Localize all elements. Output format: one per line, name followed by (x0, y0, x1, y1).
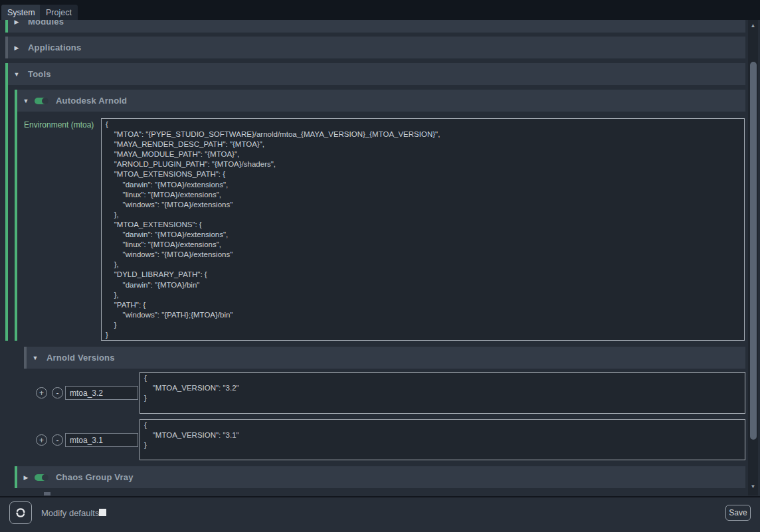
expanded-arrow-icon: ▼ (29, 355, 41, 361)
section-label-applications: Applications (28, 43, 81, 52)
arnold-enabled-toggle[interactable] (35, 98, 48, 104)
footer-bar (0, 496, 760, 532)
version-value-textarea[interactable]: { "MTOA_VERSION": "3.1" } (140, 419, 745, 460)
add-version-button[interactable]: + (36, 387, 47, 399)
save-button[interactable]: Save (725, 505, 751, 521)
toggle-knob-icon (42, 474, 48, 481)
version-key-input[interactable] (65, 433, 138, 447)
scroll-up-icon[interactable]: ▲ (748, 23, 758, 29)
section-header-autodesk-arnold[interactable]: ▼ Autodesk Arnold (15, 90, 745, 112)
section-header-arnold-versions[interactable]: ▼ Arnold Versions (24, 347, 745, 369)
section-header-chaos-group-vray[interactable]: ▶ Chaos Group Vray (15, 466, 745, 488)
section-header-applications[interactable]: ▶ Applications (5, 37, 745, 58)
toggle-knob-icon (42, 98, 48, 104)
tab-system[interactable]: System (1, 5, 41, 20)
vray-enabled-toggle[interactable] (35, 474, 48, 481)
environment-mtoa-label: Environment (mtoa) (24, 120, 94, 130)
tools-section-accent-line (5, 85, 8, 341)
vertical-scrollbar-thumb[interactable] (750, 62, 757, 440)
remove-version-button[interactable]: - (52, 434, 63, 446)
tab-system-label: System (7, 8, 35, 17)
modify-defaults-checkbox[interactable] (99, 509, 106, 516)
refresh-icon (15, 507, 27, 519)
tab-project-label: Project (46, 8, 72, 17)
section-header-tools[interactable]: ▼ Tools (5, 63, 745, 85)
expanded-arrow-icon: ▼ (11, 71, 23, 78)
expanded-arrow-icon: ▼ (20, 98, 32, 104)
remove-version-button[interactable]: - (52, 387, 63, 399)
section-label-autodesk-arnold: Autodesk Arnold (56, 96, 127, 106)
version-key-input[interactable] (65, 386, 138, 400)
horizontal-scrollbar-thumb[interactable] (44, 492, 50, 495)
tab-bar: System Project (0, 0, 760, 20)
section-label-tools: Tools (28, 69, 51, 79)
add-version-button[interactable]: + (36, 434, 47, 446)
collapsed-arrow-icon: ▶ (11, 44, 23, 51)
version-value-textarea[interactable]: { "MTOA_VERSION": "3.2" } (140, 372, 745, 414)
environment-mtoa-textarea[interactable]: { "MTOA": "{PYPE_STUDIO_SOFTWARE}/arnold… (101, 118, 745, 341)
scroll-down-icon[interactable]: ▼ (748, 484, 758, 489)
section-label-chaos-group-vray: Chaos Group Vray (56, 472, 134, 482)
refresh-button[interactable] (9, 501, 32, 524)
tab-project[interactable]: Project (40, 5, 78, 20)
arnold-section-accent-line (15, 112, 17, 341)
collapsed-arrow-icon: ▶ (20, 474, 32, 481)
section-label-arnold-versions: Arnold Versions (47, 353, 115, 363)
modify-defaults-label: Modify defaults (41, 508, 99, 518)
